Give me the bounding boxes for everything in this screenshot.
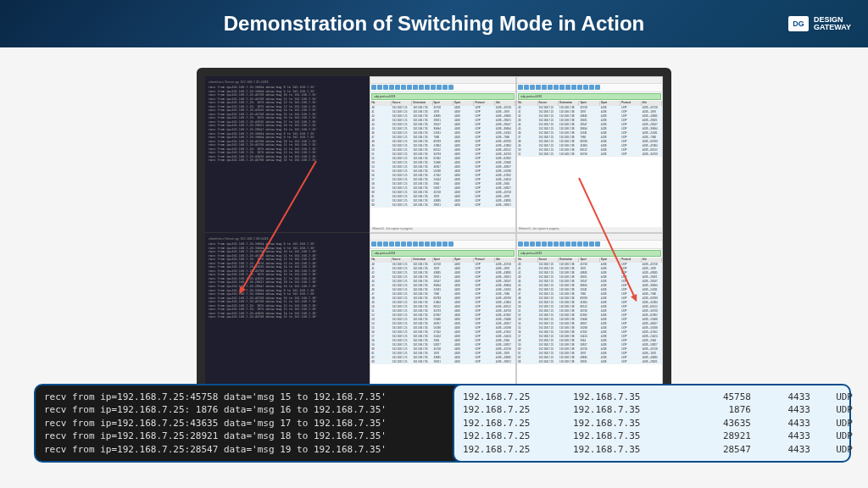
toolbar-button[interactable] (571, 85, 576, 90)
toolbar-button[interactable] (548, 241, 553, 247)
table-row: 192.168.7.25192.168.7.35285474433UDP (463, 443, 841, 456)
toolbar-button[interactable] (448, 85, 453, 90)
terminal-output: recv from ip=192.168.7.25:39694 data='ms… (209, 242, 366, 319)
terminal-line: recv from ip=192.168.7.25: 1876 data='ms… (44, 403, 465, 416)
toolbar-button[interactable] (371, 241, 376, 247)
wireshark-menubar[interactable] (517, 234, 662, 241)
wireshark-toolbar[interactable] (517, 84, 662, 92)
terminal-pane-bottom[interactable]: client/recv Server.py 192.168.7.38:4433 … (205, 233, 370, 390)
toolbar-button[interactable] (425, 85, 430, 90)
toolbar-button[interactable] (542, 85, 547, 90)
wireshark-pane[interactable]: udp.port==4433 No.SourceDestinationSport… (370, 76, 516, 233)
wireshark-pane[interactable]: udp.port==4433 No.SourceDestinationSport… (516, 233, 663, 390)
toolbar-button[interactable] (577, 85, 582, 90)
brand-logo: DG DESIGN GATEWAY (788, 16, 851, 31)
table-row: 192.168.7.25192.168.7.3518764433UDP (463, 403, 841, 416)
toolbar-button[interactable] (554, 241, 559, 247)
toolbar-button[interactable] (431, 85, 436, 90)
wireshark-menubar[interactable] (370, 234, 515, 241)
toolbar-button[interactable] (407, 85, 412, 90)
terminal-output: recv from ip=192.168.7.25:39694 data='ms… (209, 86, 366, 163)
toolbar-button[interactable] (401, 241, 406, 247)
toolbar-button[interactable] (524, 85, 529, 90)
toolbar-button[interactable] (389, 241, 394, 247)
wireshark-filter-input[interactable]: udp.port==4433 (371, 250, 515, 257)
wireshark-menubar[interactable] (370, 77, 515, 84)
toolbar-button[interactable] (583, 241, 588, 247)
toolbar-button[interactable] (377, 85, 382, 90)
terminal-line: recv from ip=192.168.7.25:28547 data='ms… (44, 443, 465, 456)
toolbar-button[interactable] (442, 85, 448, 90)
toolbar-button[interactable] (437, 85, 442, 90)
toolbar-button[interactable] (413, 85, 418, 90)
toolbar-button[interactable] (595, 85, 600, 90)
toolbar-button[interactable] (395, 85, 400, 90)
toolbar-button[interactable] (542, 241, 547, 247)
slide-header: Demonstration of Switching Mode in Actio… (0, 0, 868, 47)
toolbar-button[interactable] (524, 241, 529, 247)
wireshark-filter-input[interactable]: udp.port==4433 (518, 250, 661, 257)
toolbar-button[interactable] (583, 85, 588, 90)
logo-text: DESIGN GATEWAY (814, 16, 851, 31)
table-row[interactable]: 51192.168.7.25192.168.7.38347934433UDP44… (517, 152, 662, 157)
toolbar-button[interactable] (571, 241, 576, 247)
toolbar-button[interactable] (437, 241, 442, 247)
wireshark-toolbar[interactable] (370, 84, 515, 92)
table-row[interactable]: 63192.168.7.25192.168.7.38289214433UDP44… (517, 360, 662, 364)
toolbar-button[interactable] (554, 85, 559, 90)
wireshark-toolbar[interactable] (517, 241, 662, 249)
toolbar-button[interactable] (377, 241, 382, 247)
toolbar-button[interactable] (559, 85, 565, 90)
toolbar-button[interactable] (383, 241, 388, 247)
table-row: 192.168.7.25192.168.7.35289214433UDP (463, 430, 841, 442)
toolbar-button[interactable] (577, 241, 582, 247)
toolbar-button[interactable] (536, 241, 541, 247)
toolbar-button[interactable] (407, 241, 412, 247)
toolbar-button[interactable] (548, 85, 553, 90)
toolbar-button[interactable] (536, 85, 541, 90)
toolbar-button[interactable] (401, 85, 406, 90)
toolbar-button[interactable] (395, 241, 400, 247)
toolbar-button[interactable] (565, 241, 570, 247)
terminal-line: recv from ip=192.168.7.25:43635 data='ms… (44, 417, 465, 430)
toolbar-button[interactable] (442, 241, 448, 247)
toolbar-button[interactable] (559, 241, 565, 247)
toolbar-button[interactable] (518, 241, 523, 247)
wireshark-callout: 192.168.7.25192.168.7.35457584433UDP192.… (453, 384, 851, 463)
toolbar-button[interactable] (589, 241, 594, 247)
toolbar-button[interactable] (419, 241, 424, 247)
toolbar-button[interactable] (383, 85, 388, 90)
wireshark-toolbar[interactable] (370, 241, 515, 249)
wireshark-packet-list[interactable]: 40192.168.7.25192.168.7.35457584433UDP44… (370, 106, 515, 227)
wireshark-packet-list[interactable]: 40192.168.7.25192.168.7.38457584433UDP44… (517, 263, 662, 384)
table-row[interactable]: 63192.168.7.25192.168.7.35289214433UDP44… (370, 360, 515, 364)
table-row: 192.168.7.25192.168.7.35436354433UDP (463, 417, 841, 430)
table-row: 192.168.7.25192.168.7.35457584433UDP (463, 391, 841, 403)
slide-title: Demonstration of Switching Mode in Actio… (224, 12, 644, 36)
toolbar-button[interactable] (518, 85, 523, 90)
toolbar-button[interactable] (389, 85, 394, 90)
wireshark-filter-input[interactable]: udp.port==4433 (371, 93, 515, 100)
terminal-line: recv from ip=192.168.7.25:45758 data='ms… (44, 391, 465, 403)
toolbar-button[interactable] (419, 85, 424, 90)
toolbar-button[interactable] (371, 85, 376, 90)
toolbar-button[interactable] (431, 241, 436, 247)
toolbar-button[interactable] (530, 241, 535, 247)
toolbar-button[interactable] (595, 241, 600, 247)
wireshark-statusbar: Ethernet 5 - live capture in progress (517, 227, 662, 232)
table-row[interactable]: 63192.168.7.25192.168.7.35289214433UDP44… (370, 203, 515, 208)
wireshark-packet-list[interactable]: 40192.168.7.25192.168.7.38457584433UDP44… (517, 106, 662, 227)
wireshark-filter-input[interactable]: udp.port==4433 (518, 93, 661, 100)
wireshark-pane[interactable]: udp.port==4433 No.SourceDestinationSport… (516, 76, 663, 233)
monitor-screen: client/recv Server.py 192.168.7.35:4433 … (197, 68, 671, 398)
toolbar-button[interactable] (413, 241, 418, 247)
toolbar-button[interactable] (425, 241, 430, 247)
toolbar-button[interactable] (589, 85, 594, 90)
toolbar-button[interactable] (530, 85, 535, 90)
toolbar-button[interactable] (565, 85, 570, 90)
wireshark-pane[interactable]: udp.port==4433 No.SourceDestinationSport… (370, 233, 516, 390)
wireshark-statusbar: Ethernet 5 - live capture in progress (370, 227, 515, 232)
wireshark-packet-list[interactable]: 40192.168.7.25192.168.7.35457584433UDP44… (370, 263, 515, 384)
toolbar-button[interactable] (448, 241, 453, 247)
wireshark-menubar[interactable] (517, 77, 662, 84)
